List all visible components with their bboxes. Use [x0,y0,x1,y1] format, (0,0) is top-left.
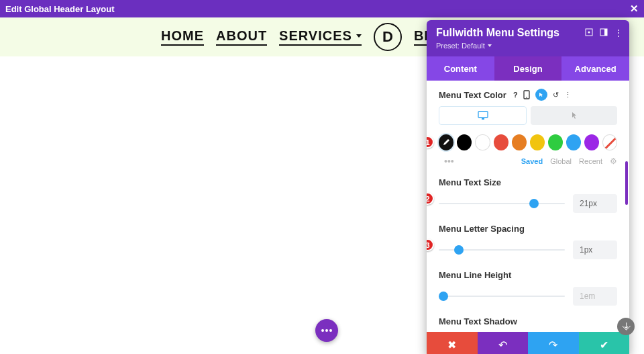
topbar: Edit Global Header Layout ✕ [0,0,644,17]
annotation-2: 2 [427,192,434,205]
panel-tabs: Content Design Advanced [427,56,629,81]
field-more-icon[interactable]: ⋮ [564,91,572,99]
label-letter-spacing: Menu Letter Spacing [439,224,617,234]
svg-point-4 [588,32,590,34]
swatch-green[interactable] [548,134,563,150]
slider-letter-spacing[interactable] [439,249,565,251]
redo-button[interactable]: ↷ [528,332,579,354]
swatch-yellow[interactable] [530,134,545,150]
topbar-title: Edit Global Header Layout [5,4,115,14]
swatch-transparent[interactable] [602,134,617,150]
snap-icon[interactable] [600,28,608,38]
save-button[interactable]: ✔ [579,332,630,354]
slider-text-size[interactable] [439,203,565,204]
panel-header[interactable]: Fullwidth Menu Settings Preset: Default … [427,20,629,56]
saved-tab-recent[interactable]: Recent [579,157,602,165]
label-menu-text-size: Menu Text Size [439,177,617,187]
chevron-down-icon [356,34,362,38]
swatch-orange[interactable] [512,134,527,150]
reset-icon[interactable]: ↺ [553,91,559,99]
swatch-current[interactable] [439,134,453,150]
saved-tab-global[interactable]: Global [550,157,572,165]
label-text-shadow: Menu Text Shadow [439,316,617,326]
label-menu-text-color: Menu Text Color [439,90,506,100]
phone-icon[interactable] [523,90,530,99]
nav-services[interactable]: SERVICES [279,28,362,46]
swatch-purple[interactable] [584,134,599,150]
label-line-height: Menu Line Height [439,270,617,280]
gear-icon[interactable]: ⚙ [610,157,617,166]
nav-about[interactable]: ABOUT [216,28,267,46]
slider-knob[interactable] [454,245,464,255]
value-letter-spacing[interactable]: 1px [573,240,617,259]
value-text-size[interactable]: 21px [573,194,617,213]
undo-button[interactable]: ↶ [478,332,529,354]
toggle-desktop[interactable] [439,106,527,125]
saved-tab-saved[interactable]: Saved [521,157,543,165]
svg-rect-9 [478,112,488,118]
help-icon[interactable]: ? [513,91,518,99]
panel-body: Menu Text Color ? ↺ ⋮ 1 [427,81,629,332]
hover-icon[interactable] [535,89,547,101]
expand-icon[interactable] [585,28,593,38]
panel-footer: ✖ ↶ ↷ ✔ [427,332,629,354]
toggle-hover[interactable] [531,106,617,125]
scrollbar[interactable] [625,161,628,205]
tab-content[interactable]: Content [427,56,494,81]
annotation-1: 1 [427,136,434,148]
svg-point-1 [325,329,328,332]
logo[interactable]: D [374,23,402,51]
swatch-blue[interactable] [566,134,581,150]
svg-point-0 [321,329,324,332]
swatch-red[interactable] [494,134,508,150]
close-icon[interactable]: ✕ [630,3,639,15]
tab-advanced[interactable]: Advanced [561,56,629,81]
fab-more[interactable] [315,319,338,342]
nav-home[interactable]: HOME [161,28,204,46]
swatch-black[interactable] [457,134,472,150]
swatch-white[interactable] [475,134,490,150]
annotation-3: 3 [427,238,434,251]
svg-rect-10 [482,118,484,120]
svg-point-2 [329,329,332,332]
slider-line-height[interactable] [439,296,565,297]
cancel-button[interactable]: ✖ [427,332,478,354]
preset-selector[interactable]: Preset: Default [436,42,492,50]
color-swatches: 1 [439,134,617,150]
nav-services-label: SERVICES [279,28,352,44]
slider-knob[interactable] [529,199,539,208]
tab-design[interactable]: Design [494,56,562,81]
more-icon[interactable]: ⋮ [614,28,623,38]
value-line-height[interactable]: 1em [573,287,617,306]
more-swatches-icon[interactable]: ••• [444,156,454,167]
slider-knob[interactable] [439,292,448,301]
settings-panel: Fullwidth Menu Settings Preset: Default … [427,20,629,354]
svg-point-8 [526,97,527,98]
svg-rect-6 [604,29,607,36]
